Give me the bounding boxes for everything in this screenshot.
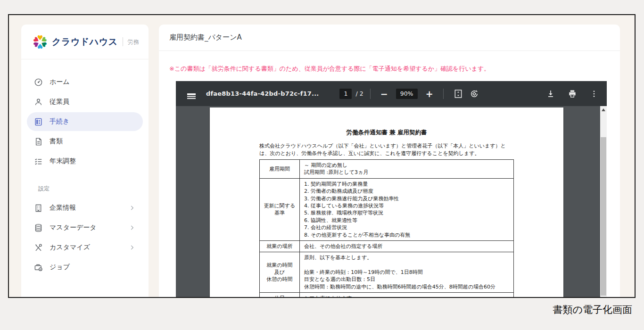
- brand-suffix: 労務: [123, 37, 139, 46]
- pdf-page: 労働条件通知書 兼 雇用契約書 株式会社クラウドハウスヘルプ（以下「会社」といい…: [210, 107, 563, 297]
- toolbar-divider: [370, 89, 371, 99]
- pdf-viewer: dfae8b13-44fa-42bd-b72c-f17... 1 / 2 − 9…: [176, 81, 607, 297]
- person-icon: [33, 97, 43, 107]
- sidebar-item-jobs[interactable]: ジョブ: [27, 258, 143, 277]
- scroll-up-icon[interactable]: [600, 106, 607, 114]
- row-value: 原則、以下を基本とします。 始業・終業の時刻：10時～19時の間で、1日8時間 …: [300, 252, 514, 293]
- app-window: ♥ ♥ ♥ ♥ ♥ ♥ クラウドハウス 労務 ホーム: [8, 14, 636, 298]
- download-icon[interactable]: [543, 86, 559, 102]
- zoom-out-button[interactable]: −: [377, 89, 391, 99]
- sidebar-item-procedures[interactable]: 手続き: [27, 112, 143, 131]
- briefcase-clock-icon: [33, 263, 43, 272]
- page-total: / 2: [355, 90, 363, 97]
- dashboard-icon: [33, 77, 43, 87]
- table-row: 就業の時間 及び 休憩の時間 原則、以下を基本とします。 始業・終業の時刻：10…: [260, 252, 514, 293]
- sidebar-item-yearend[interactable]: 年末調整: [27, 152, 143, 171]
- chevron-right-icon: [129, 205, 135, 211]
- menu-icon[interactable]: [183, 86, 199, 102]
- sidebar-item-label: ジョブ: [50, 263, 70, 272]
- row-value: シフト表によります。: [300, 293, 514, 297]
- document-title: 労働条件通知書 兼 雇用契約書: [210, 129, 563, 137]
- brand-name: クラウドハウス: [52, 36, 118, 48]
- conditions-table: 雇用期間 ～ 期間の定め無し 試用期間 :原則として3ヵ月 更新に関する 基準 …: [259, 159, 514, 297]
- more-options-icon[interactable]: [586, 86, 602, 102]
- database-icon: [33, 223, 43, 232]
- row-value: 1. 契約期間満了時の業務量 2. 労働者の勤務成績及び態度 3. 労働者の業務…: [300, 178, 514, 240]
- toolbar-divider: [443, 89, 444, 99]
- fit-page-icon[interactable]: [450, 86, 466, 102]
- print-icon[interactable]: [564, 86, 580, 102]
- page-title: 雇用契約書_パターンA: [169, 33, 242, 42]
- chevron-right-icon: [129, 244, 135, 251]
- zoom-in-button[interactable]: +: [422, 89, 437, 99]
- checklist-icon: [33, 117, 43, 126]
- row-label: 更新に関する 基準: [260, 178, 300, 240]
- pdf-toolbar: dfae8b13-44fa-42bd-b72c-f17... 1 / 2 − 9…: [176, 81, 607, 106]
- chevron-right-icon: [129, 224, 135, 231]
- settings-section-label: 設定: [26, 172, 144, 198]
- row-label: 就業の時間 及び 休憩の時間: [260, 252, 300, 293]
- screenshot-caption: 書類の電子化画面: [553, 303, 633, 316]
- main-header: 雇用契約書_パターンA: [159, 25, 620, 51]
- sidebar: ♥ ♥ ♥ ♥ ♥ ♥ クラウドハウス 労務 ホーム: [21, 25, 149, 297]
- rotate-icon[interactable]: [466, 86, 482, 102]
- pdf-filename: dfae8b13-44fa-42bd-b72c-f17...: [206, 90, 319, 97]
- page-number-input[interactable]: 1: [339, 89, 352, 99]
- document-intro: 株式会社クラウドハウスヘルプ（以下「会社」といいます）と管理者花子（以下「本人」…: [259, 142, 515, 157]
- sidebar-item-label: 年末調整: [50, 157, 76, 165]
- table-row: 休日 シフト表によります。: [260, 293, 514, 297]
- notice-text: ※この書類は「就労条件に関する書類」のため、従業員が合意する際に「電子通知を希望…: [169, 65, 610, 73]
- row-label: 就業の場所: [260, 240, 300, 252]
- brand-pinwheel-icon: ♥ ♥ ♥ ♥ ♥ ♥: [33, 34, 48, 50]
- tools-icon: [33, 243, 43, 252]
- sidebar-item-label: 手続き: [50, 117, 69, 126]
- document-icon: [33, 137, 43, 146]
- logo[interactable]: ♥ ♥ ♥ ♥ ♥ ♥ クラウドハウス 労務: [21, 25, 149, 59]
- main-panel: 雇用契約書_パターンA ※この書類は「就労条件に関する書類」のため、従業員が合意…: [159, 25, 620, 297]
- sidebar-item-label: 企業情報: [50, 204, 76, 212]
- list-check-icon: [33, 157, 43, 166]
- row-value: ～ 期間の定め無し 試用期間 :原則として3ヵ月: [300, 160, 514, 179]
- sidebar-item-documents[interactable]: 書類: [27, 132, 143, 151]
- sidebar-item-customize[interactable]: カスタマイズ: [27, 238, 143, 257]
- scrollbar[interactable]: [600, 106, 607, 297]
- sidebar-item-master-data[interactable]: マスターデータ: [27, 218, 143, 237]
- sidebar-item-label: マスターデータ: [50, 223, 97, 232]
- building-icon: [33, 203, 43, 213]
- sidebar-item-label: 従業員: [50, 98, 69, 106]
- row-value: 会社、その他会社の指定する場所: [300, 240, 514, 252]
- scrollbar-thumb[interactable]: [601, 137, 606, 296]
- sidebar-item-label: ホーム: [50, 78, 70, 86]
- table-row: 雇用期間 ～ 期間の定め無し 試用期間 :原則として3ヵ月: [260, 160, 514, 179]
- sidebar-item-label: 書類: [50, 137, 63, 146]
- row-label: 休日: [260, 293, 300, 297]
- table-row: 就業の場所 会社、その他会社の指定する場所: [260, 240, 514, 252]
- row-label: 雇用期間: [260, 160, 300, 179]
- table-row: 更新に関する 基準 1. 契約期間満了時の業務量 2. 労働者の勤務成績及び態度…: [260, 178, 514, 240]
- sidebar-item-employees[interactable]: 従業員: [27, 92, 143, 111]
- sidebar-item-home[interactable]: ホーム: [27, 73, 143, 91]
- sidebar-item-label: カスタマイズ: [50, 243, 90, 252]
- zoom-level[interactable]: 90%: [396, 89, 418, 99]
- sidebar-item-company-info[interactable]: 企業情報: [27, 198, 143, 217]
